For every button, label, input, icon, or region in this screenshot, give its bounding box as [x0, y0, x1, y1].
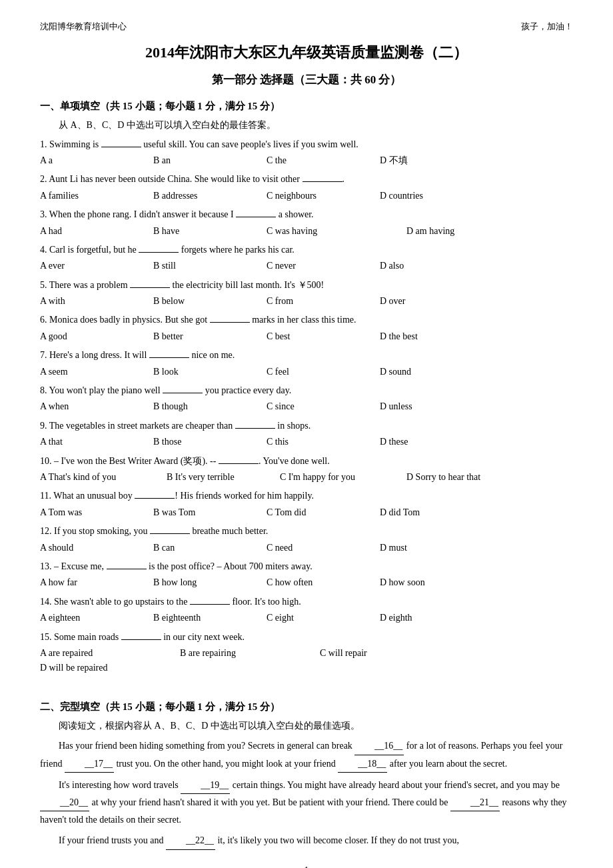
option-13a: A how far — [40, 575, 147, 590]
option-7d: D sound — [380, 365, 486, 379]
option-9d: D these — [380, 435, 486, 449]
section1-title: 第一部分 选择题（三大题：共 60 分） — [40, 71, 573, 89]
option-9b: B those — [153, 435, 260, 449]
option-3c: C was having — [267, 224, 400, 239]
option-15d: D will be repaired — [40, 661, 173, 675]
option-4a: A ever — [40, 259, 147, 273]
question-4: 4. Carl is forgetful, but he forgets whe… — [40, 243, 573, 274]
option-12c: C need — [267, 541, 373, 555]
question-14: 14. She wasn't able to go upstairs to th… — [40, 595, 573, 626]
question-5: 5. There was a problem the electricity b… — [40, 278, 573, 309]
part1-title: 一、单项填空（共 15 小题；每小题 1 分，满分 15 分） — [40, 98, 573, 114]
question-8: 8. You won't play the piano well you pra… — [40, 383, 573, 415]
option-12b: B can — [153, 541, 260, 555]
option-14c: C eight — [267, 611, 373, 625]
option-8d: D unless — [380, 399, 486, 414]
option-3d: D am having — [406, 224, 540, 239]
option-8c: C since — [267, 399, 373, 414]
page-number: 1 — [40, 863, 573, 868]
question-2: 2. Aunt Li has never been outside China.… — [40, 172, 573, 203]
paragraph-16-18: Has your friend been hiding something fr… — [40, 737, 573, 772]
paragraph-19-21: It's interesting how word travels __19__… — [40, 777, 573, 829]
option-4b: B still — [153, 259, 260, 273]
option-14a: A eighteen — [40, 611, 147, 625]
option-10d: D Sorry to hear that — [406, 470, 526, 485]
option-5c: C from — [267, 294, 373, 309]
question-11: 11. What an unusual boy ! His friends wo… — [40, 489, 573, 520]
option-1b: B an — [153, 153, 260, 168]
question-12: 12. If you stop smoking, you breathe muc… — [40, 524, 573, 555]
part1-instruction: 从 A、B、C、D 中选出可以填入空白处的最佳答案。 — [59, 118, 573, 133]
option-2a: A families — [40, 189, 147, 203]
option-11c: C Tom did — [267, 505, 373, 520]
option-10b: B It's very terrible — [167, 470, 273, 485]
option-14b: B eighteenth — [153, 611, 260, 625]
option-1c: C the — [267, 153, 373, 168]
option-1a: A a — [40, 153, 147, 168]
part2-instruction: 阅读短文，根据内容从 A、B、C、D 中选出可以填入空白处的最佳选项。 — [59, 719, 573, 733]
main-title: 2014年沈阳市大东区九年级英语质量监测卷（二） — [40, 41, 573, 64]
question-7: 7. Here's a long dress. It will nice on … — [40, 348, 573, 379]
option-12a: A should — [40, 541, 147, 555]
question-10: 10. – I've won the Best Writer Award (奖项… — [40, 454, 573, 485]
option-4c: C never — [267, 259, 373, 273]
option-8b: B though — [153, 399, 260, 414]
option-2b: B addresses — [153, 189, 260, 203]
option-5a: A with — [40, 294, 147, 309]
option-7a: A seem — [40, 365, 147, 379]
option-13b: B how long — [153, 575, 260, 590]
option-11a: A Tom was — [40, 505, 147, 520]
option-2c: C neighbours — [267, 189, 373, 203]
option-6b: B better — [153, 329, 260, 344]
question-6: 6. Monica does badly in physics. But she… — [40, 313, 573, 344]
option-7c: C feel — [267, 365, 373, 379]
option-6a: A good — [40, 329, 147, 344]
option-5d: D over — [380, 294, 486, 309]
option-12d: D must — [380, 541, 486, 555]
question-1: 1. Swimming is useful skill. You can sav… — [40, 137, 573, 169]
option-3a: A had — [40, 224, 147, 239]
header-left: 沈阳博华教育培训中心 — [40, 20, 127, 34]
option-3b: B have — [153, 224, 260, 239]
option-10c: C I'm happy for you — [280, 470, 400, 485]
question-13: 13. – Excuse me, is the post office? – A… — [40, 559, 573, 591]
option-6d: D the best — [380, 329, 486, 344]
option-15b: B are repairing — [180, 646, 313, 661]
option-14d: D eighth — [380, 611, 486, 625]
header-right: 孩子，加油！ — [521, 20, 573, 34]
question-3: 3. When the phone rang. I didn't answer … — [40, 207, 573, 239]
part2-title: 二、完型填空（共 15 小题；每小题 1 分，满分 15 分） — [40, 699, 573, 715]
option-11d: D did Tom — [380, 505, 486, 520]
option-2d: D countries — [380, 189, 486, 203]
option-7b: B look — [153, 365, 260, 379]
option-5b: B below — [153, 294, 260, 309]
option-1d: D 不填 — [380, 153, 486, 168]
option-6c: C best — [267, 329, 373, 344]
option-9a: A that — [40, 435, 147, 449]
option-15a: A are repaired — [40, 646, 173, 661]
option-4d: D also — [380, 259, 486, 273]
question-15: 15. Some main roads in our city next wee… — [40, 630, 573, 676]
paragraph-22: If your friend trusts you and __22__ it,… — [40, 832, 573, 849]
option-15c: C will repair — [320, 646, 453, 661]
option-10a: A That's kind of you — [40, 470, 160, 485]
option-13d: D how soon — [380, 575, 486, 590]
option-13c: C how often — [267, 575, 373, 590]
option-11b: B was Tom — [153, 505, 260, 520]
option-8a: A when — [40, 399, 147, 414]
question-9: 9. The vegetables in street markets are … — [40, 419, 573, 450]
option-9c: C this — [267, 435, 373, 449]
